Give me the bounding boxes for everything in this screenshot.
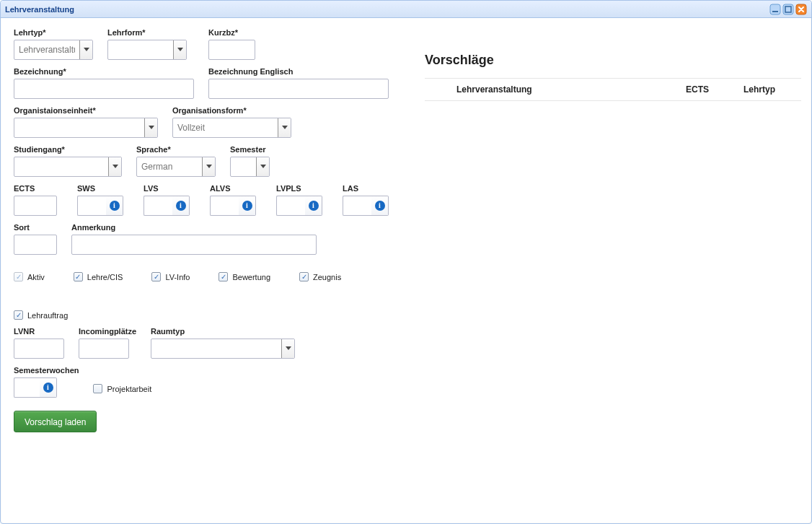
chevron-down-icon[interactable] (281, 339, 294, 358)
info-icon[interactable]: i (371, 196, 389, 216)
info-icon[interactable]: i (305, 196, 322, 216)
label-alvs: ALVS (210, 184, 256, 193)
label-kurzbz: Kurzbz* (208, 28, 255, 37)
check-icon: ✓ (154, 274, 159, 281)
window-title: Lehrveranstaltung (5, 1, 74, 18)
org-einheit-select[interactable] (14, 118, 158, 138)
bezeichnung-input[interactable] (14, 79, 194, 99)
lvnr-input[interactable] (14, 339, 64, 359)
semesterwochen-input[interactable] (14, 377, 40, 398)
chevron-down-icon[interactable] (278, 118, 291, 137)
col-ects[interactable]: ECTS (686, 84, 743, 95)
label-ects: ECTS (14, 184, 57, 193)
lehrtyp-input[interactable] (14, 40, 79, 59)
window-lehrveranstaltung: Lehrveranstaltung Lehrtyp* (0, 0, 812, 524)
label-anmerkung: Anmerkung (71, 223, 317, 232)
label-sort: Sort (14, 223, 57, 232)
checkbox-lehre-cis[interactable]: ✓ Lehre/CIS (74, 272, 123, 281)
form-area: Lehrtyp* Lehrform* (14, 28, 403, 513)
info-icon[interactable]: i (172, 196, 190, 216)
bezeichnung-en-input[interactable] (208, 79, 389, 99)
check-icon: ✓ (75, 274, 81, 281)
lvs-input[interactable] (144, 196, 172, 216)
check-icon: ✓ (301, 274, 307, 281)
label-org-form: Organisationsform* (172, 106, 291, 115)
sprache-select[interactable] (136, 157, 216, 177)
info-icon[interactable]: i (106, 196, 123, 216)
label-las: LAS (343, 184, 389, 193)
label-bezeichnung-en: Bezeichnung Englisch (208, 67, 389, 76)
lvpls-input[interactable] (276, 196, 305, 216)
col-lehrtyp[interactable]: Lehrtyp (743, 84, 801, 95)
incoming-input[interactable] (79, 339, 129, 359)
window-minimize-icon[interactable] (769, 4, 781, 15)
label-org-einheit: Organistaionseinheit* (14, 106, 158, 115)
chevron-down-icon[interactable] (256, 157, 269, 176)
lehrform-input[interactable] (108, 40, 173, 59)
check-icon: ✓ (221, 274, 226, 281)
label-semesterwochen: Semesterwochen (14, 366, 79, 375)
window-header: Lehrveranstaltung (1, 1, 811, 18)
svg-rect-2 (783, 4, 793, 14)
semester-input[interactable] (231, 157, 256, 176)
anmerkung-input[interactable] (71, 235, 317, 255)
window-close-icon[interactable] (795, 4, 807, 15)
label-sprache: Sprache* (136, 145, 216, 154)
org-form-select[interactable] (172, 118, 291, 138)
vorschlag-laden-button[interactable]: Vorschlag laden (14, 411, 97, 432)
chevron-down-icon[interactable] (108, 157, 121, 176)
label-incoming: Incomingplätze (79, 327, 136, 336)
checkbox-lehrauftrag[interactable]: ✓ Lehrauftrag (14, 310, 68, 320)
suggestions-title: Vorschläge (425, 53, 801, 68)
checkbox-lv-info[interactable]: ✓ LV-Info (151, 272, 190, 281)
label-lvs: LVS (144, 184, 190, 193)
svg-rect-1 (772, 11, 778, 12)
raumtyp-select[interactable] (151, 339, 295, 359)
chevron-down-icon[interactable] (144, 118, 157, 137)
lehrform-select[interactable] (107, 40, 187, 60)
label-lvpls: LVPLS (276, 184, 322, 193)
info-icon[interactable]: i (239, 196, 256, 216)
kurzbz-input[interactable] (208, 40, 255, 60)
chevron-down-icon[interactable] (202, 157, 215, 176)
checkbox-projektarbeit[interactable]: Projektarbeit (93, 384, 151, 393)
sort-input[interactable] (14, 235, 57, 255)
label-sws: SWS (77, 184, 123, 193)
ects-input[interactable] (14, 196, 57, 216)
studiengang-select[interactable] (14, 157, 122, 177)
label-bezeichnung: Bezeichnung* (14, 67, 194, 76)
org-form-input[interactable] (173, 118, 278, 137)
check-icon: ✓ (16, 312, 22, 319)
grid-header: Lehrveranstaltung ECTS Lehrtyp (425, 79, 801, 101)
chevron-down-icon[interactable] (173, 40, 186, 59)
window-maximize-icon[interactable] (782, 4, 794, 15)
las-input[interactable] (343, 196, 371, 216)
checkbox-bewertung[interactable]: ✓ Bewertung (219, 272, 270, 281)
label-studiengang: Studiengang* (14, 145, 122, 154)
suggestions-grid: Lehrveranstaltung ECTS Lehrtyp (425, 78, 801, 101)
info-icon[interactable]: i (40, 377, 57, 398)
sws-input[interactable] (77, 196, 106, 216)
lehrtyp-select[interactable] (14, 40, 93, 60)
raumtyp-input[interactable] (151, 339, 281, 358)
col-lehrveranstaltung[interactable]: Lehrveranstaltung (425, 84, 686, 95)
chevron-down-icon[interactable] (79, 40, 92, 59)
checkbox-aktiv[interactable]: ✓ Aktiv (14, 272, 45, 281)
window-body: Lehrtyp* Lehrform* (1, 18, 811, 523)
label-lvnr: LVNR (14, 327, 64, 336)
label-lehrform: Lehrform* (107, 28, 187, 37)
label-lehrtyp: Lehrtyp* (14, 28, 93, 37)
sprache-input[interactable] (137, 157, 202, 176)
label-raumtyp: Raumtyp (151, 327, 295, 336)
check-icon: ✓ (16, 274, 22, 281)
svg-rect-0 (770, 4, 780, 14)
label-semester: Semester (230, 145, 270, 154)
org-einheit-input[interactable] (14, 118, 144, 137)
suggestions-panel: Vorschläge Lehrveranstaltung ECTS Lehrty… (425, 28, 801, 513)
semester-select[interactable] (230, 157, 270, 177)
checkbox-zeugnis[interactable]: ✓ Zeugnis (299, 272, 341, 281)
studiengang-input[interactable] (14, 157, 108, 176)
alvs-input[interactable] (210, 196, 239, 216)
